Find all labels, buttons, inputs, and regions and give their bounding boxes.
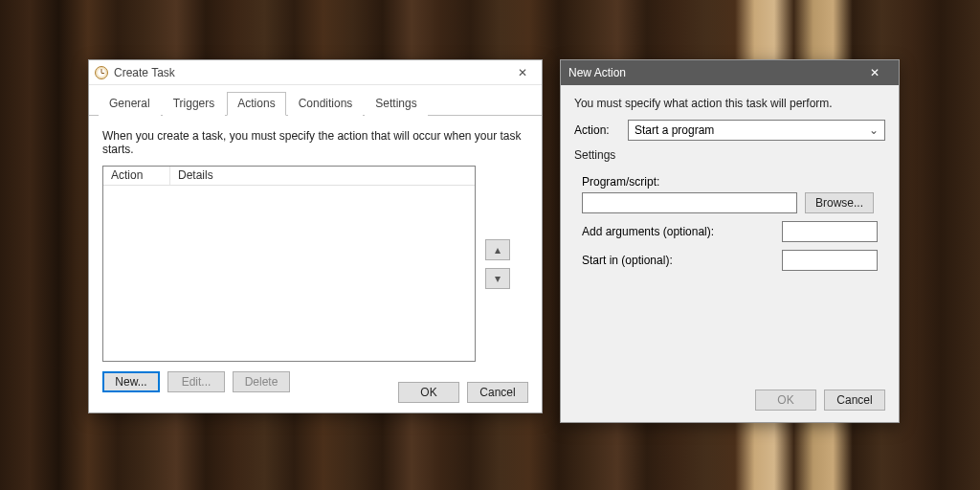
tab-conditions[interactable]: Conditions: [288, 92, 364, 116]
program-script-label: Program/script:: [582, 175, 878, 189]
reorder-controls: ▴ ▾: [485, 166, 510, 362]
create-task-dialog: Create Task ✕ General Triggers Actions C…: [88, 59, 543, 413]
new-action-title: New Action: [568, 66, 858, 79]
tab-triggers[interactable]: Triggers: [163, 92, 226, 116]
settings-group: Program/script: Browse... Add arguments …: [574, 166, 885, 271]
program-row: Browse...: [582, 192, 878, 213]
actions-list-area: Action Details ▴ ▾: [102, 166, 528, 362]
cancel-button[interactable]: Cancel: [467, 382, 528, 403]
create-task-title: Create Task: [114, 66, 509, 79]
create-task-tabs: General Triggers Actions Conditions Sett…: [89, 85, 542, 116]
close-icon[interactable]: ✕: [858, 63, 891, 82]
chevron-down-icon: ▾: [495, 272, 501, 285]
action-type-select[interactable]: Start a program ⌄: [628, 120, 885, 141]
new-action-dialog: New Action ✕ You must specify what actio…: [560, 59, 900, 423]
chevron-up-icon: ▴: [495, 243, 501, 256]
move-down-button[interactable]: ▾: [485, 268, 510, 289]
new-action-footer: OK Cancel: [755, 390, 885, 411]
ok-button[interactable]: OK: [398, 382, 459, 403]
program-script-input[interactable]: [582, 192, 797, 213]
new-action-description: You must specify what action this task w…: [574, 97, 885, 110]
create-task-body: When you create a task, you must specify…: [89, 116, 542, 402]
column-action[interactable]: Action: [103, 167, 170, 185]
actions-listbox[interactable]: Action Details: [102, 166, 476, 362]
tab-settings[interactable]: Settings: [365, 92, 427, 116]
arguments-row: Add arguments (optional):: [582, 221, 878, 242]
arguments-input[interactable]: [782, 221, 878, 242]
new-action-titlebar: New Action ✕: [561, 60, 899, 85]
create-task-titlebar: Create Task ✕: [89, 60, 542, 85]
tab-actions[interactable]: Actions: [227, 92, 285, 116]
action-type-value: Start a program: [635, 123, 714, 137]
ok-button[interactable]: OK: [755, 390, 816, 411]
close-icon[interactable]: ✕: [509, 64, 536, 81]
startin-input[interactable]: [782, 250, 878, 271]
move-up-button[interactable]: ▴: [485, 239, 510, 260]
new-action-body: You must specify what action this task w…: [561, 85, 899, 288]
arguments-label: Add arguments (optional):: [582, 225, 774, 238]
cancel-button[interactable]: Cancel: [824, 390, 885, 411]
action-type-row: Action: Start a program ⌄: [574, 120, 885, 141]
browse-button[interactable]: Browse...: [805, 192, 874, 213]
settings-group-label: Settings: [574, 148, 885, 162]
delete-action-button[interactable]: Delete: [233, 371, 290, 392]
actions-description: When you create a task, you must specify…: [102, 129, 528, 156]
tab-general[interactable]: General: [99, 92, 161, 116]
column-details[interactable]: Details: [170, 167, 475, 185]
task-scheduler-icon: [95, 66, 108, 79]
create-task-footer: OK Cancel: [398, 382, 528, 403]
startin-row: Start in (optional):: [582, 250, 878, 271]
action-label: Action:: [574, 123, 620, 137]
new-action-button[interactable]: New...: [102, 371, 160, 392]
edit-action-button[interactable]: Edit...: [167, 371, 225, 392]
startin-label: Start in (optional):: [582, 254, 774, 267]
chevron-down-icon: ⌄: [869, 123, 879, 137]
actions-list-header: Action Details: [103, 167, 475, 186]
